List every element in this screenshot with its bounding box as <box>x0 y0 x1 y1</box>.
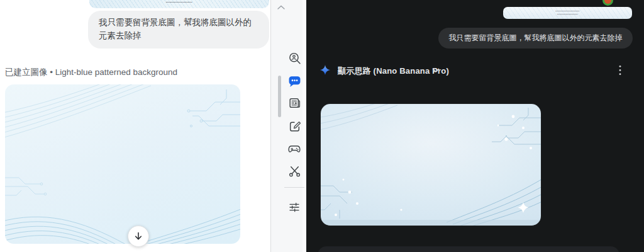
sidebar-item-games[interactable] <box>286 140 303 158</box>
search-icon <box>288 52 301 65</box>
light-chat-panel: ▪▪▪▪▪▪▪▪▪▪▪▪▪▪▪▪▪▪▪▪▪▪ 我只需要留背景底圖，幫我將底圖以外… <box>0 0 270 252</box>
model-response-header: 顯示思路 (Nano Banana Pro) <box>319 60 634 80</box>
uploaded-image-cropped[interactable]: ▪▪▪▪▪▪▪▪▪▪▪▪▪▪▪▪▪▪▪▪▪▪ <box>89 0 269 8</box>
sidebar-scrollbar[interactable] <box>278 76 281 117</box>
sidebar-item-news[interactable] <box>286 94 303 112</box>
sidebar-item-cutout[interactable] <box>286 162 303 180</box>
compose-icon <box>288 120 301 133</box>
pattern-decoration <box>321 104 541 226</box>
more-options-icon[interactable] <box>618 65 622 76</box>
gemini-sparkle-icon <box>319 64 331 76</box>
scroll-up-indicator[interactable] <box>276 1 286 7</box>
chevron-down-icon[interactable] <box>432 68 440 73</box>
generated-image[interactable] <box>5 84 240 244</box>
sidebar-item-discover[interactable] <box>286 49 303 67</box>
pattern-decoration <box>5 84 240 244</box>
scroll-to-bottom-button[interactable] <box>128 226 149 247</box>
arrow-down-icon <box>133 231 143 241</box>
illegible-micro-text: ▪▪▪▪▪▪▪▪▪▪▪▪▪▪▪▪▪▪▪▪▪▪ <box>89 1 269 4</box>
sidebar-item-compose[interactable] <box>286 117 303 135</box>
news-icon <box>288 96 301 110</box>
user-message-bubble-dark: 我只需要留背景底圖，幫我將底圖以外的元素去除掉 <box>438 28 633 49</box>
prompt-input-bar-partial[interactable] <box>318 246 619 252</box>
generated-image-dark[interactable] <box>321 104 541 226</box>
image-created-status: 已建立圖像 • Light-blue patterned background <box>5 67 263 78</box>
screen: ▪▪▪▪▪▪▪▪▪▪▪▪▪▪▪▪▪▪▪▪▪▪ 我只需要留背景底圖，幫我將底圖以外… <box>0 0 644 252</box>
chat-bubble-icon <box>288 74 301 88</box>
sparkle-decoration <box>518 202 529 213</box>
illegible-micro-text: ▪▪▪▪▪▪▪▪▪▪▪▪▪▪▪▪▪▪▪ <box>557 13 578 16</box>
game-controller-icon <box>287 142 301 156</box>
uploaded-image-cropped-dark[interactable]: ▪▪▪▪▪▪▪▪▪▪▪▪▪▪▪▪▪▪▪▪▪▪ ▪▪▪▪▪▪▪▪▪▪▪▪▪▪▪▪▪… <box>503 7 632 19</box>
sidebar-item-customize[interactable] <box>286 198 303 216</box>
scissors-icon <box>288 164 301 178</box>
user-message-bubble: 我只需要留背景底圖，幫我將底圖以外的元素去除掉 <box>88 11 269 49</box>
sidebar-divider <box>284 187 304 188</box>
tune-sliders-icon <box>288 201 301 214</box>
sidebar-item-chat-active[interactable] <box>286 72 303 89</box>
